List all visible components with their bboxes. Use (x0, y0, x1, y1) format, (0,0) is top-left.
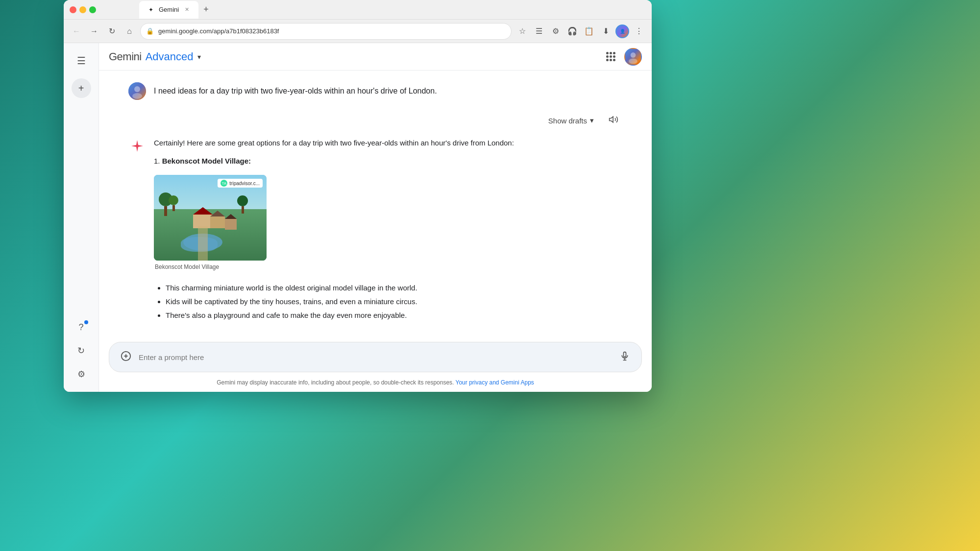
extensions-button[interactable]: ☰ (532, 24, 546, 38)
settings-sidebar-button[interactable]: ⚙ (72, 364, 91, 384)
footer: Gemini may display inaccurate info, incl… (99, 376, 652, 392)
plan-dropdown-arrow[interactable]: ▾ (197, 53, 201, 61)
history-icon: ↻ (77, 345, 85, 356)
speaker-button[interactable] (605, 112, 622, 129)
tree-mid (169, 199, 178, 211)
reader-icon: 📋 (584, 26, 594, 36)
back-icon: ← (73, 27, 80, 36)
bookmark-button[interactable]: ☆ (515, 24, 529, 38)
more-icon: ⋮ (635, 26, 643, 36)
nav-right-icons: ☆ ☰ ⚙ 🎧 📋 ⬇ 👤 ⋮ (515, 24, 646, 38)
headphone-icon: 🎧 (567, 26, 577, 36)
sidebar-bottom: ? ↻ ⚙ (72, 317, 91, 384)
google-apps-button[interactable] (601, 47, 620, 67)
building-3 (225, 214, 237, 230)
user-message: I need ideas for a day trip with two fiv… (128, 82, 622, 100)
refresh-icon: ↻ (109, 26, 115, 36)
app-container: ☰ + ? ↻ ⚙ Gemi (64, 43, 652, 392)
apps-grid-icon (606, 52, 615, 61)
tab-bar: ✦ Gemini ✕ + (100, 1, 252, 19)
hamburger-button[interactable]: ☰ (72, 51, 91, 71)
minimize-button[interactable] (79, 6, 86, 13)
maximize-button[interactable] (89, 6, 96, 13)
prompt-input[interactable] (139, 353, 612, 361)
app-plan: Advanced (146, 50, 194, 63)
user-message-text: I need ideas for a day trip with two fiv… (154, 82, 437, 97)
browser-window: ✦ Gemini ✕ + ← → ↻ ⌂ 🔒 ☆ (64, 0, 652, 392)
show-drafts-label: Show drafts (548, 117, 587, 125)
more-menu-button[interactable]: ⋮ (632, 24, 646, 38)
show-drafts-button[interactable]: Show drafts ▾ (543, 113, 599, 128)
response-item-title: Bekonscot Model Village: (162, 157, 251, 165)
response-item-number: 1. Bekonscot Model Village: (154, 157, 622, 165)
title-bar: ✦ Gemini ✕ + (64, 0, 652, 20)
bullet-item-2: Kids will be captivated by the tiny hous… (166, 296, 622, 308)
home-button[interactable]: ⌂ (122, 24, 136, 38)
hamburger-icon: ☰ (77, 55, 86, 67)
help-icon: ? (78, 322, 83, 333)
app-name: Gemini (109, 50, 142, 63)
prompt-input-wrap (109, 342, 642, 372)
refresh-button[interactable]: ↻ (105, 24, 119, 38)
ai-response: Certainly! Here are some great options f… (128, 137, 622, 323)
add-circle-icon (121, 351, 131, 364)
navigation-bar: ← → ↻ ⌂ 🔒 ☆ ☰ ⚙ 🎧 (64, 20, 652, 43)
reader-mode-button[interactable]: 📋 (582, 24, 596, 38)
bookmark-icon: ☆ (519, 26, 526, 36)
speaker-icon (609, 115, 618, 127)
download-icon: ⬇ (603, 26, 609, 36)
lock-icon: 🔒 (146, 27, 154, 35)
gemini-star-icon (128, 137, 146, 155)
history-button[interactable]: ↻ (72, 341, 91, 360)
download-button[interactable]: ⬇ (599, 24, 612, 38)
building-1 (193, 207, 213, 228)
garden-scene: TA tripadvisor.c... (154, 175, 267, 261)
sidebar: ☰ + ? ↻ ⚙ (64, 43, 99, 392)
bullet-item-3: There's also a playground and cafe to ma… (166, 310, 622, 321)
forward-button[interactable]: → (87, 24, 101, 38)
back-button[interactable]: ← (70, 24, 83, 38)
profile-avatar-nav[interactable]: 👤 (615, 24, 629, 38)
microphone-button[interactable] (616, 348, 634, 366)
bekonscot-image: TA tripadvisor.c... (154, 175, 267, 261)
extensions-icon: ☰ (536, 26, 542, 36)
headphone-button[interactable]: 🎧 (565, 24, 579, 38)
user-avatar-image (128, 82, 146, 100)
tripadvisor-badge: TA tripadvisor.c... (218, 179, 263, 188)
help-button[interactable]: ? (72, 317, 91, 337)
avatar-image (625, 48, 641, 66)
settings-button[interactable]: ⚙ (549, 24, 563, 38)
tab-favicon: ✦ (147, 6, 155, 14)
tripadvisor-text: tripadvisor.c... (229, 181, 260, 186)
app-header: Gemini Advanced ▾ (99, 43, 652, 71)
close-button[interactable] (70, 6, 76, 13)
privacy-link[interactable]: Your privacy and Gemini Apps (456, 379, 534, 386)
svg-point-2 (629, 58, 637, 64)
bullet-list: This charming miniature world is the old… (154, 282, 622, 321)
path (198, 226, 208, 261)
chevron-down-icon: ▾ (590, 116, 594, 125)
home-icon: ⌂ (127, 27, 132, 36)
new-chat-button[interactable]: + (72, 78, 91, 98)
drafts-bar: Show drafts ▾ (128, 112, 622, 129)
profile-avatar[interactable] (624, 48, 642, 66)
new-tab-button[interactable]: + (199, 1, 213, 19)
ai-intro-text: Certainly! Here are some great options f… (154, 137, 622, 149)
settings-icon: ⚙ (77, 369, 85, 380)
notification-dot (84, 320, 88, 324)
forward-icon: → (90, 27, 98, 36)
image-caption: Bekonscot Model Village (154, 264, 267, 270)
prompt-add-button[interactable] (117, 348, 135, 366)
active-tab[interactable]: ✦ Gemini ✕ (139, 1, 198, 19)
user-avatar (128, 82, 146, 100)
tab-close-button[interactable]: ✕ (183, 6, 191, 14)
prompt-area (99, 336, 652, 376)
ai-response-content: Certainly! Here are some great options f… (154, 137, 622, 323)
address-bar-wrap: 🔒 (140, 23, 512, 40)
chat-area[interactable]: I need ideas for a day trip with two fiv… (99, 71, 652, 336)
footer-text: Gemini may display inaccurate info, incl… (217, 379, 454, 386)
address-bar[interactable] (140, 23, 512, 40)
building-2 (210, 211, 225, 228)
tab-label: Gemini (159, 6, 179, 13)
svg-point-4 (134, 86, 140, 92)
